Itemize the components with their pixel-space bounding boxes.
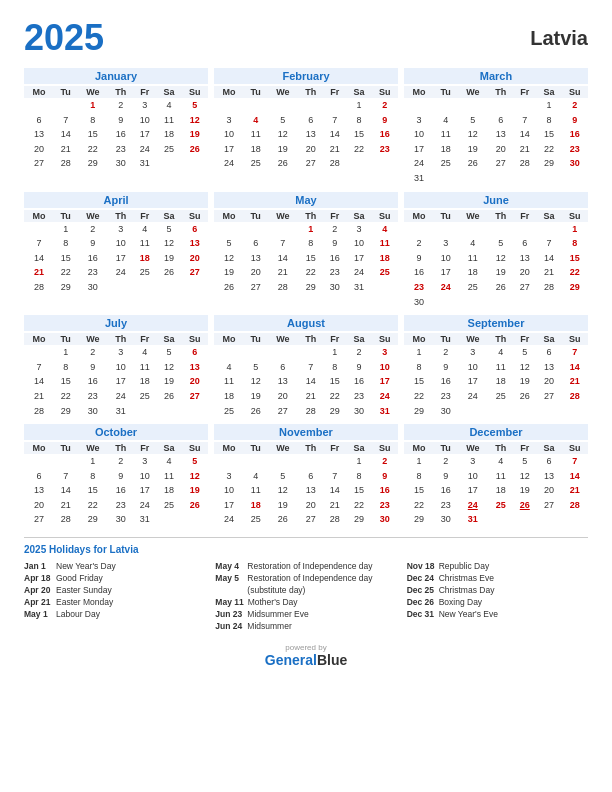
calendar-day: 28 (562, 389, 588, 404)
calendar-day (182, 404, 208, 419)
calendar-day: 20 (24, 498, 54, 513)
calendar-day: 2 (108, 454, 133, 469)
calendar-day: 28 (54, 512, 78, 527)
calendar-day: 13 (24, 127, 54, 142)
calendar-day: 12 (244, 374, 268, 389)
calendar-day (562, 171, 588, 186)
calendar-day: 5 (458, 113, 489, 128)
day-header: We (458, 442, 489, 454)
calendar-day: 30 (404, 295, 434, 310)
calendar-day: 25 (244, 512, 268, 527)
calendar-day: 21 (54, 142, 78, 157)
calendar-day: 23 (434, 498, 458, 513)
calendar-day: 23 (108, 498, 133, 513)
day-header: Mo (24, 333, 54, 345)
calendar-day: 31 (108, 404, 133, 419)
calendar-day: 23 (562, 142, 588, 157)
calendar-day: 6 (488, 113, 513, 128)
calendar-day: 3 (108, 345, 133, 360)
calendar-day: 3 (133, 454, 156, 469)
calendar-day: 29 (536, 156, 561, 171)
calendar-day: 5 (268, 113, 299, 128)
calendar-day: 17 (108, 251, 133, 266)
calendar-day: 27 (182, 389, 208, 404)
calendar-day: 1 (78, 98, 109, 113)
calendar-day: 8 (78, 113, 109, 128)
calendar-day: 18 (488, 374, 513, 389)
calendar-day: 2 (434, 345, 458, 360)
day-header: Th (488, 86, 513, 98)
calendar-day: 5 (156, 345, 181, 360)
day-header: Th (298, 333, 323, 345)
calendar-day: 19 (156, 251, 181, 266)
calendar-day (298, 98, 323, 113)
calendar-day: 24 (108, 389, 133, 404)
calendar-day: 16 (372, 127, 398, 142)
calendar-day: 24 (108, 265, 133, 280)
calendar-day: 18 (244, 498, 268, 513)
calendar-day (244, 98, 268, 113)
calendar-day: 22 (78, 142, 109, 157)
month-block-august: AugustMoTuWeThFrSaSu12345678910111213141… (214, 315, 398, 418)
calendar-day (268, 345, 299, 360)
day-header: Sa (536, 333, 561, 345)
calendar-day: 12 (214, 251, 244, 266)
calendar-day: 28 (323, 512, 346, 527)
calendar-day: 27 (298, 156, 323, 171)
month-name: August (214, 315, 398, 331)
calendar-day: 30 (108, 512, 133, 527)
calendar-day: 13 (182, 236, 208, 251)
calendar-day: 17 (133, 483, 156, 498)
calendar-day: 1 (54, 345, 78, 360)
calendar-day: 21 (54, 498, 78, 513)
calendar-day: 15 (536, 127, 561, 142)
calendar-day: 12 (513, 469, 536, 484)
calendar-day: 16 (108, 483, 133, 498)
day-header: Th (488, 210, 513, 222)
calendar-day: 20 (513, 265, 536, 280)
calendar-day (404, 98, 434, 113)
holiday-date: May 4 (215, 561, 243, 571)
calendar-day (458, 222, 489, 237)
calendar-day: 18 (133, 374, 156, 389)
calendar-day: 30 (108, 156, 133, 171)
calendar-day: 27 (244, 280, 268, 295)
holiday-item: Apr 18Good Friday (24, 573, 205, 583)
day-header: Su (562, 442, 588, 454)
calendar-day: 5 (182, 98, 208, 113)
holiday-column: May 4Restoration of Independence dayMay … (215, 561, 396, 633)
calendar-day: 15 (346, 483, 371, 498)
calendar-day: 2 (78, 222, 109, 237)
calendar-day: 19 (182, 127, 208, 142)
calendar-day: 20 (488, 142, 513, 157)
calendar-day (536, 512, 561, 527)
brand-name: GeneralBlue (24, 652, 588, 668)
calendar-day: 8 (298, 236, 323, 251)
holiday-item: May 5Restoration of Independence day (215, 573, 396, 583)
calendar-table: MoTuWeThFrSaSu12345678910111213141516171… (404, 333, 588, 418)
calendar-day (182, 280, 208, 295)
calendar-day (458, 171, 489, 186)
day-header: Tu (434, 86, 458, 98)
day-header: Tu (54, 86, 78, 98)
calendar-day: 4 (133, 222, 156, 237)
calendar-day: 6 (244, 236, 268, 251)
calendar-day: 15 (78, 483, 109, 498)
holiday-date: May 5 (215, 573, 243, 583)
calendar-day: 2 (372, 454, 398, 469)
calendar-day: 30 (346, 404, 371, 419)
calendar-day: 24 (434, 280, 458, 295)
calendar-day: 16 (108, 127, 133, 142)
calendar-day: 18 (214, 389, 244, 404)
day-header: We (78, 333, 109, 345)
calendar-day: 13 (298, 127, 323, 142)
day-header: Fr (513, 86, 536, 98)
calendar-day: 24 (458, 389, 489, 404)
calendar-day: 24 (214, 512, 244, 527)
calendar-day: 14 (323, 127, 346, 142)
calendar-day: 4 (434, 113, 458, 128)
day-header: Su (562, 333, 588, 345)
calendar-day: 1 (562, 222, 588, 237)
calendar-day: 27 (268, 404, 299, 419)
calendar-day (268, 222, 299, 237)
